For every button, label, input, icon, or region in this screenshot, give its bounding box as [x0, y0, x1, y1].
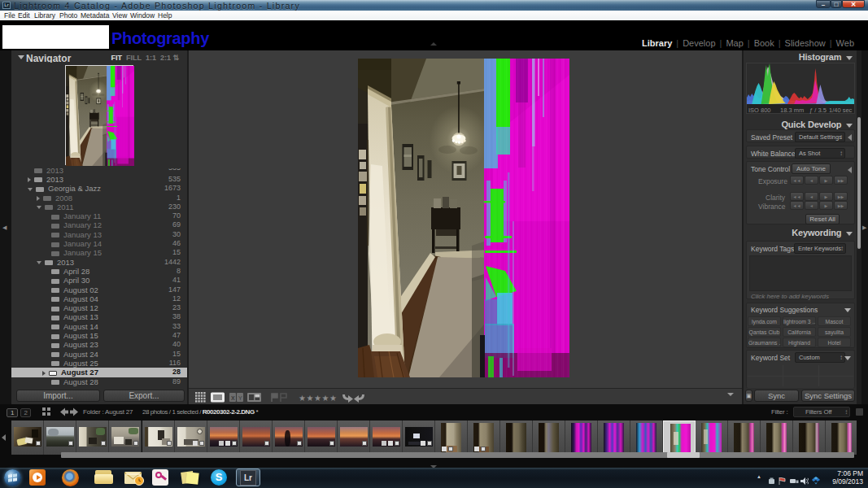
- svg-text:Y: Y: [238, 395, 242, 401]
- svg-text:★: ★: [322, 394, 329, 403]
- svg-text:★: ★: [329, 394, 337, 403]
- svg-text:★: ★: [307, 394, 314, 403]
- svg-text:X: X: [231, 395, 235, 401]
- svg-text:★: ★: [314, 394, 321, 403]
- svg-text:★: ★: [299, 394, 306, 403]
